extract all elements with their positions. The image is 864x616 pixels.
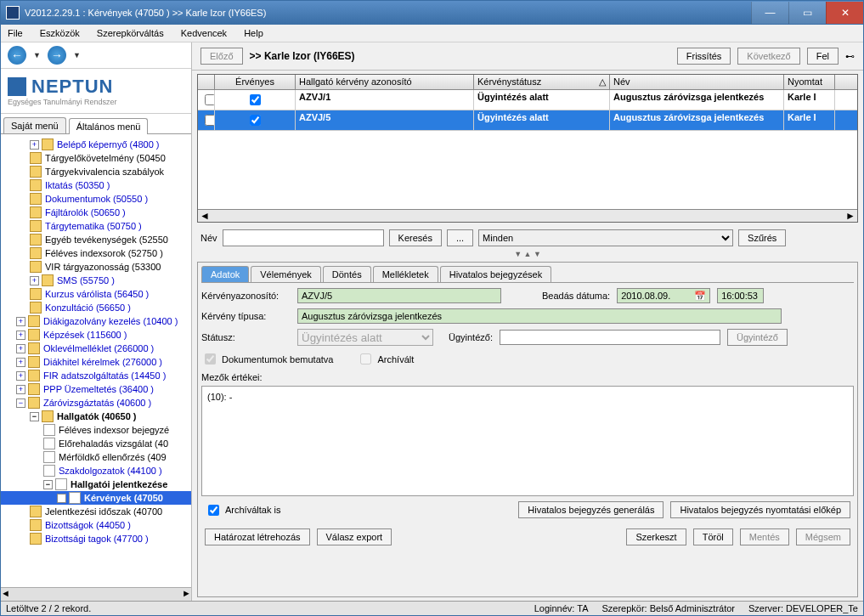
scroll-right-icon[interactable]: ► [845,210,856,222]
menu-kedvencek[interactable]: Kedvencek [178,26,230,40]
kovetkezo-button[interactable]: Következő [737,48,799,65]
tree-merfoldko[interactable]: Mérföldkő ellenőrzés (409 [1,450,191,464]
tab-velemenyek[interactable]: Vélemények [251,266,321,282]
ugy-field[interactable] [500,330,720,345]
close-button[interactable]: ✕ [826,2,863,24]
splitter[interactable]: ▼ ▲ ▼ [192,250,863,258]
tree-feleves[interactable]: Féléves indexsorok (52750 ) [1,246,191,260]
tree-fir[interactable]: +FIR adatszolgáltatás (14450 ) [1,369,191,382]
tree-dok[interactable]: Dokumentumok (50550 ) [1,192,191,206]
logo-sub: Egységes Tanulmányi Rendszer [8,98,184,106]
fel-button[interactable]: Fel [807,48,839,65]
grid: Érvényes Hallgató kérvény azonosító Kérv… [197,74,858,223]
tree-targykov[interactable]: Tárgyelőkövetelmény (50450 [1,151,191,165]
menu-help[interactable]: Help [240,26,267,40]
elozo-button[interactable]: Előző [200,48,243,65]
table-row[interactable]: AZVJ/1 Ügyintézés alatt Augusztus záróvi… [198,90,857,110]
frissites-button[interactable]: Frissítés [677,48,731,65]
tree-oklevel[interactable]: +Oklevélmelléklet (266000 ) [1,342,191,355]
nav-back-button[interactable]: ← [8,46,26,65]
grid-hdr-azon[interactable]: Hallgató kérvény azonosító [296,75,474,89]
tree-elorehaladas[interactable]: Előrehaladás vizsgálat (40 [1,437,191,450]
menu-szerepkor[interactable]: Szerepkörváltás [93,26,167,40]
szerkeszt-button[interactable]: Szerkeszt [626,528,686,545]
mentes-button[interactable]: Mentés [740,528,789,545]
ugy-label: Ügyintéző: [449,332,493,342]
nav-back-dropdown[interactable]: ▼ [33,51,41,59]
search-input[interactable] [223,229,384,246]
hivgen-button[interactable]: Hivatalos bejegyzés generálás [518,501,664,518]
tree-bizotttagok[interactable]: Bizottsági tagok (47700 ) [1,532,191,545]
archivaltakis-checkbox[interactable] [208,505,219,516]
tree-hallgjel[interactable]: −Hallgatói jelentkezése [1,478,191,491]
logo-icon [8,77,26,96]
tab-adatok[interactable]: Adatok [201,266,249,282]
torol-button[interactable]: Töröl [693,528,733,545]
scroll-left-icon[interactable]: ◄ [200,210,210,222]
row-checkbox[interactable] [205,94,215,105]
grid-hdr-nyomtat[interactable]: Nyomtat [784,75,835,89]
tree-konz[interactable]: Konzultáció (56650 ) [1,301,191,314]
tree-bizottsagok[interactable]: Bizottságok (44050 ) [1,518,191,532]
ugyintezobutton[interactable]: Ügyintéző [727,329,788,346]
row-ervenyes-checkbox[interactable] [250,115,261,126]
tree-iktatas[interactable]: Iktatás (50350 ) [1,178,191,192]
minimize-button[interactable]: ― [751,2,788,24]
tree-diakhitel[interactable]: +Diákhitel kérelmek (276000 ) [1,355,191,369]
menu-file[interactable]: File [4,26,26,40]
tab-sajat-menu[interactable]: Saját menü [3,117,66,133]
tree-sms[interactable]: +SMS (55750 ) [1,274,191,287]
tree-targyekv[interactable]: Tárgyekvivalencia szabályok [1,165,191,178]
table-row[interactable]: AZVJ/5 Ügyintézés alatt Augusztus záróvi… [198,110,857,131]
tree-fajl[interactable]: Fájltárolók (50650 ) [1,206,191,219]
tab-hivatalos[interactable]: Hivatalos bejegyzések [440,266,551,282]
mezok-area[interactable]: (10): - [201,386,854,496]
tree-szakdolg[interactable]: Szakdolgozatok (44100 ) [1,464,191,478]
tree-kurzus[interactable]: Kurzus várólista (56450 ) [1,287,191,301]
grid-hdr-check[interactable] [198,75,215,89]
tree-kervenyek[interactable]: +Kérvények (47050 [1,491,191,505]
tree-zarovizsga[interactable]: −Záróvizsgáztatás (40600 ) [1,396,191,410]
tree-kepzesek[interactable]: +Képzések (115600 ) [1,328,191,342]
breadcrumb: >> Karle Izor (IY66ES) [250,50,670,62]
valaszexp-button[interactable]: Válasz export [317,528,392,545]
kereses-button[interactable]: Keresés [389,229,442,246]
grid-hdr-nev[interactable]: Név [610,75,784,89]
tree-belepo[interactable]: +Belépő képernyő (4800 ) [1,138,191,151]
row-checkbox[interactable] [205,115,215,126]
hivnyomt-button[interactable]: Hivatalos bejegyzés nyomtatási előkép [670,501,850,518]
tree-jelidoszak[interactable]: Jelentkezési időszak (40700 [1,505,191,518]
maximize-button[interactable]: ▭ [788,2,826,24]
tab-dontes[interactable]: Döntés [323,266,371,282]
calendar-icon[interactable]: 📅 [694,291,706,302]
tree-vir[interactable]: VIR tárgyazonosság (53300 [1,260,191,274]
beadas-date-field[interactable]: 2010.08.09. 📅 [617,288,710,303]
statusz-select: Ügyintézés alatt [297,329,433,346]
filter-select[interactable]: Minden [478,229,733,246]
pin-icon[interactable]: ⊷ [845,51,855,62]
tree[interactable]: +Belépő képernyő (4800 ) Tárgyelőkövetel… [1,134,191,587]
window-title: V2012.2.29.1 : Kérvények (47050 ) >> Kar… [25,8,266,18]
nav-forward-button[interactable]: → [48,46,66,65]
szures-button[interactable]: Szűrés [738,229,786,246]
megsem-button[interactable]: Mégsem [796,528,850,545]
tree-ppp[interactable]: +PPP Üzemeltetés (36400 ) [1,382,191,396]
row-ervenyes-checkbox[interactable] [250,94,261,105]
grid-hdr-status[interactable]: Kérvénystátusz △ [474,75,610,89]
beadas-time-field: 16:00:53 [717,288,764,303]
tree-hallgatok[interactable]: −Hallgatók (40650 ) [1,410,191,423]
tipus-field: Augusztus záróvizsga jelentkezés [297,308,782,324]
tree-tematika[interactable]: Tárgytematika (50750 ) [1,219,191,233]
azon-label: Kérvényazonosító: [201,291,291,301]
archivalt-checkbox [360,353,371,365]
grid-hdr-ervenyes[interactable]: Érvényes [215,75,296,89]
tree-felindex[interactable]: Féléves indexsor bejegyzé [1,423,191,437]
menu-eszkozok[interactable]: Eszközök [37,26,83,40]
nav-fwd-dropdown[interactable]: ▼ [73,51,81,59]
browse-button[interactable]: ... [447,229,473,246]
tab-mellekletek[interactable]: Mellékletek [373,266,438,282]
hatarozat-button[interactable]: Határozat létrehozás [205,528,310,545]
tab-altalanos-menu[interactable]: Általános menü [69,118,149,134]
tree-diakig[interactable]: +Diákigazolvány kezelés (10400 ) [1,314,191,328]
tree-egyeb[interactable]: Egyéb tevékenységek (52550 [1,233,191,246]
